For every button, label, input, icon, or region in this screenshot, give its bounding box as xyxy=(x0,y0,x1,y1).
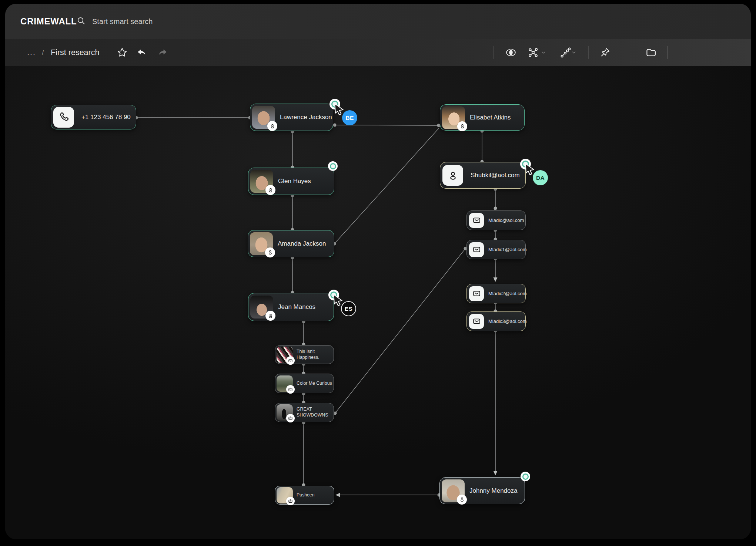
pin-icon[interactable] xyxy=(599,47,611,58)
graph-node-email-mladic2[interactable]: Mladic2@aol.com xyxy=(466,284,526,303)
image-badge-icon xyxy=(286,356,295,365)
thumbnail xyxy=(277,375,293,392)
graph-node-img-color-me-curious[interactable]: Color Me Curious xyxy=(275,374,334,393)
avatar xyxy=(252,106,275,129)
thumbnail xyxy=(277,404,293,421)
favorite-star-icon[interactable] xyxy=(117,47,128,58)
person-badge-icon xyxy=(265,311,275,321)
graph-node-glen-hayes[interactable]: Glen Hayes xyxy=(248,168,334,195)
node-label: Johnny Mendoza xyxy=(469,487,517,495)
person-badge-icon xyxy=(265,247,275,257)
node-label: Mladic@aol.com xyxy=(488,218,524,223)
graph-node-elisabet-atkins[interactable]: Elisabet Atkins xyxy=(440,104,525,131)
thumbnail xyxy=(277,347,293,363)
node-label: Lawrence Jackson xyxy=(280,114,332,121)
chevron-down-icon[interactable] xyxy=(572,50,576,55)
image-badge-icon xyxy=(286,414,295,422)
graph-canvas[interactable] xyxy=(5,66,751,539)
person-icon xyxy=(442,165,463,186)
person-badge-icon xyxy=(457,495,467,505)
avatar xyxy=(442,479,465,502)
graph-node-email-mladic3[interactable]: Mladic3@aol.com xyxy=(466,311,526,331)
node-label: Elisabet Atkins xyxy=(470,114,511,121)
graph-node-img-pusheen[interactable]: Pusheen xyxy=(275,486,334,505)
avatar xyxy=(250,232,273,255)
path-layout-icon[interactable] xyxy=(560,47,572,58)
node-label: Mladic2@aol.com xyxy=(488,291,527,296)
node-label: Color Me Curious xyxy=(297,381,334,387)
toolbar-divider xyxy=(588,46,589,59)
mail-icon xyxy=(469,213,484,228)
node-label: Mladic3@aol.com xyxy=(488,318,527,324)
node-label: +1 123 456 78 90 xyxy=(81,114,131,121)
mail-icon xyxy=(469,314,484,329)
image-badge-icon xyxy=(286,385,295,394)
graph-node-johnny-mendoza[interactable]: Johnny Mendoza xyxy=(439,477,525,504)
graph-node-phone-1[interactable]: +1 123 456 78 90 xyxy=(51,105,136,129)
graph-node-lawrence-jackson[interactable]: Lawrence Jackson xyxy=(250,104,333,131)
graph-node-email-mladic1[interactable]: Mladic1@aol.com xyxy=(466,240,526,259)
phone-icon xyxy=(53,107,74,128)
smart-search[interactable]: Start smart search xyxy=(76,4,153,39)
node-label: Jean Mancos xyxy=(278,303,315,311)
redo-icon[interactable] xyxy=(157,47,168,58)
graph-layout-icon[interactable] xyxy=(527,47,539,58)
graph-node-shubkil-account[interactable]: Shubkil@aol.com xyxy=(440,162,526,189)
search-placeholder: Start smart search xyxy=(92,17,153,26)
search-icon xyxy=(76,16,86,27)
folder-icon[interactable] xyxy=(645,47,657,58)
node-label: Mladic1@aol.com xyxy=(488,247,527,252)
canvas-toolbar: ... / First research xyxy=(5,39,751,66)
page-title[interactable]: First research xyxy=(51,48,99,57)
breadcrumb-separator: / xyxy=(42,48,44,57)
app-logo: CRIMEWALL xyxy=(20,16,77,27)
node-label: This Isn't Happiness. xyxy=(297,349,334,361)
avatar xyxy=(250,170,273,193)
toolbar-divider xyxy=(667,46,668,59)
avatar xyxy=(250,296,273,318)
person-badge-icon xyxy=(457,121,467,131)
node-label: GREAT SHOWDOWNS xyxy=(297,407,334,418)
graph-node-amanda-jackson[interactable]: Amanda Jackson xyxy=(248,230,334,257)
chevron-down-icon[interactable] xyxy=(541,50,546,55)
blend-circles-icon[interactable] xyxy=(505,47,517,59)
toolbar-divider xyxy=(493,46,494,59)
node-label: Amanda Jackson xyxy=(278,240,326,247)
graph-node-email-mladic[interactable]: Mladic@aol.com xyxy=(466,210,526,230)
top-bar: CRIMEWALL Start smart search xyxy=(5,4,751,39)
graph-node-img-great-showdowns[interactable]: GREAT SHOWDOWNS xyxy=(275,403,334,422)
graph-node-jean-mancos[interactable]: Jean Mancos xyxy=(248,293,334,321)
undo-icon[interactable] xyxy=(136,47,147,58)
node-label: Pusheen xyxy=(297,492,316,498)
avatar xyxy=(442,106,465,129)
image-badge-icon xyxy=(286,497,295,505)
node-label: Shubkil@aol.com xyxy=(471,172,520,179)
person-badge-icon xyxy=(265,185,275,195)
node-label: Glen Hayes xyxy=(278,178,311,185)
mail-icon xyxy=(469,286,484,301)
person-badge-icon xyxy=(267,121,277,131)
mail-icon xyxy=(469,242,484,257)
thumbnail xyxy=(277,487,293,503)
breadcrumb-more-button[interactable]: ... xyxy=(27,48,36,57)
app-window: CRIMEWALL Start smart search ... / First… xyxy=(5,4,751,539)
graph-node-img-this-isnt-happiness[interactable]: This Isn't Happiness. xyxy=(275,345,334,364)
